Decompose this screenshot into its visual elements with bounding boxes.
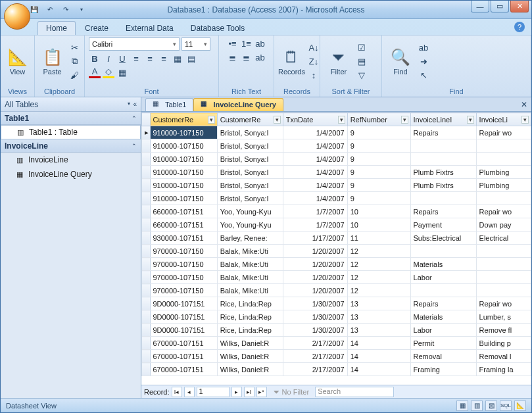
- cell[interactable]: Materials: [410, 310, 476, 324]
- cell[interactable]: [476, 258, 531, 271]
- records-button[interactable]: 🗒 Records: [278, 47, 305, 76]
- bold-icon[interactable]: B: [89, 53, 101, 64]
- cell[interactable]: Bristol, Sonya:I: [217, 166, 283, 179]
- search-field[interactable]: Search: [315, 387, 394, 397]
- decrease-indent-icon[interactable]: ≣: [227, 51, 239, 63]
- cell[interactable]: Bristol, Sonya:I: [217, 139, 283, 153]
- cell[interactable]: 10: [347, 218, 410, 231]
- font-name-combo[interactable]: Calibri▾: [89, 37, 180, 51]
- row-selector[interactable]: [142, 231, 151, 245]
- table-row[interactable]: 660000-107151Yoo, Young-Kyu1/7/200710Pay…: [142, 218, 531, 231]
- cell[interactable]: 930000-107151: [150, 231, 217, 245]
- cell[interactable]: 13: [347, 324, 410, 337]
- cell[interactable]: Wilks, Daniel:R: [217, 337, 283, 350]
- nav-header[interactable]: All Tables ▾ «: [1, 97, 141, 112]
- cell[interactable]: Balak, Mike:Uti: [217, 258, 283, 271]
- tab-database-tools[interactable]: Database Tools: [183, 22, 253, 35]
- table-row[interactable]: 910000-107150Bristol, Sonya:I1/4/20079: [142, 139, 531, 153]
- cell[interactable]: [476, 153, 531, 166]
- find-button[interactable]: 🔍 Find: [386, 47, 415, 76]
- column-dropdown-icon[interactable]: ▾: [467, 116, 474, 124]
- alt-row-icon[interactable]: ▤: [185, 53, 197, 64]
- row-selector[interactable]: [142, 179, 151, 192]
- cell[interactable]: [410, 192, 476, 205]
- cell[interactable]: 660000-107151: [150, 218, 217, 231]
- cell[interactable]: 11: [347, 231, 410, 245]
- selection-filter-icon[interactable]: ☑: [356, 41, 368, 53]
- gridlines-icon[interactable]: ▦: [172, 53, 183, 64]
- cell[interactable]: Framing la: [476, 363, 531, 376]
- cell[interactable]: Bristol, Sonya:I: [217, 126, 283, 139]
- cell[interactable]: 1/20/2007: [283, 258, 347, 271]
- undo-icon[interactable]: ↶: [45, 5, 55, 15]
- cell[interactable]: 9: [347, 192, 410, 205]
- nav-group-header[interactable]: InvoiceLine⌃: [1, 139, 141, 153]
- row-selector[interactable]: [142, 166, 151, 179]
- cell[interactable]: 1/4/2007: [283, 192, 347, 205]
- cell[interactable]: Bristol, Sonya:I: [217, 179, 283, 192]
- pivot-table-icon[interactable]: ▥: [471, 401, 483, 411]
- cell[interactable]: 13: [347, 310, 410, 324]
- italic-icon[interactable]: I: [103, 53, 114, 64]
- cell[interactable]: 9: [347, 166, 410, 179]
- cell[interactable]: 2/17/2007: [283, 350, 347, 363]
- cell[interactable]: [410, 139, 476, 153]
- tab-create[interactable]: Create: [77, 22, 116, 35]
- cell[interactable]: Electrical: [476, 231, 531, 245]
- cell[interactable]: Bristol, Sonya:I: [217, 153, 283, 166]
- sort-asc-icon[interactable]: A↓: [308, 41, 320, 53]
- numbering-icon[interactable]: 1≡: [241, 37, 253, 49]
- cell[interactable]: 1/4/2007: [283, 166, 347, 179]
- cell[interactable]: [476, 139, 531, 153]
- view-button[interactable]: 📐 View: [5, 47, 30, 76]
- cell[interactable]: [476, 271, 531, 284]
- tab-external-data[interactable]: External Data: [118, 22, 181, 35]
- cell[interactable]: 670000-107151: [150, 337, 217, 350]
- bullets-icon[interactable]: •≡: [227, 37, 239, 49]
- prev-record-button[interactable]: ◂: [184, 387, 195, 397]
- cell[interactable]: 2/17/2007: [283, 337, 347, 350]
- table-row[interactable]: 910000-107150Bristol, Sonya:I1/4/20079Pl…: [142, 166, 531, 179]
- row-selector[interactable]: [142, 310, 151, 324]
- cell[interactable]: Repairs: [410, 205, 476, 218]
- cell[interactable]: Lumber, s: [476, 310, 531, 324]
- grid-color-icon[interactable]: ▦: [116, 66, 128, 78]
- cell[interactable]: Materials: [410, 258, 476, 271]
- table-row[interactable]: 910000-107150Bristol, Sonya:I1/4/20079: [142, 192, 531, 205]
- column-dropdown-icon[interactable]: ▾: [401, 116, 408, 124]
- next-record-button[interactable]: ▸: [231, 387, 242, 397]
- row-selector[interactable]: ▸: [142, 126, 151, 139]
- tab-home[interactable]: Home: [37, 21, 76, 35]
- redo-icon[interactable]: ↷: [60, 5, 71, 15]
- cell[interactable]: Plumb Fixtrs: [410, 166, 476, 179]
- cell[interactable]: Repairs: [410, 297, 476, 310]
- align-left-icon[interactable]: ≡: [130, 53, 142, 64]
- table-row[interactable]: 970000-107150Balak, Mike:Uti1/20/200712M…: [142, 258, 531, 271]
- cell[interactable]: Barley, Renee:: [217, 231, 283, 245]
- row-selector[interactable]: [142, 153, 151, 166]
- cell[interactable]: 1/20/2007: [283, 245, 347, 258]
- cell[interactable]: Wilks, Daniel:R: [217, 363, 283, 376]
- cell[interactable]: Rice, Linda:Rep: [217, 324, 283, 337]
- cell[interactable]: Balak, Mike:Uti: [217, 284, 283, 297]
- table-row[interactable]: 970000-107150Balak, Mike:Uti1/20/200712: [142, 284, 531, 297]
- close-button[interactable]: ✕: [510, 1, 529, 12]
- office-button[interactable]: [4, 3, 30, 30]
- cell[interactable]: 9D0000-107151: [150, 324, 217, 337]
- cell[interactable]: 9: [347, 126, 410, 139]
- cell[interactable]: 1/30/2007: [283, 297, 347, 310]
- cell[interactable]: 910000-107150: [150, 126, 217, 139]
- cell[interactable]: Repairs: [410, 126, 476, 139]
- table-row[interactable]: 910000-107150Bristol, Sonya:I1/4/20079Pl…: [142, 179, 531, 192]
- save-icon[interactable]: 💾: [29, 5, 39, 15]
- table-row[interactable]: 930000-107151Barley, Renee:1/17/200711Su…: [142, 231, 531, 245]
- table-row[interactable]: 670000-107151Wilks, Daniel:R2/17/200714R…: [142, 350, 531, 363]
- table-row[interactable]: 660000-107151Yoo, Young-Kyu1/7/200710Rep…: [142, 205, 531, 218]
- cell[interactable]: 12: [347, 245, 410, 258]
- cell[interactable]: Plumb Fixtrs: [410, 179, 476, 192]
- row-selector[interactable]: [142, 297, 151, 310]
- cell[interactable]: 9: [347, 153, 410, 166]
- pivot-chart-icon[interactable]: ▧: [485, 401, 497, 411]
- chevron-down-icon[interactable]: ▾: [128, 101, 130, 108]
- cell[interactable]: 910000-107150: [150, 166, 217, 179]
